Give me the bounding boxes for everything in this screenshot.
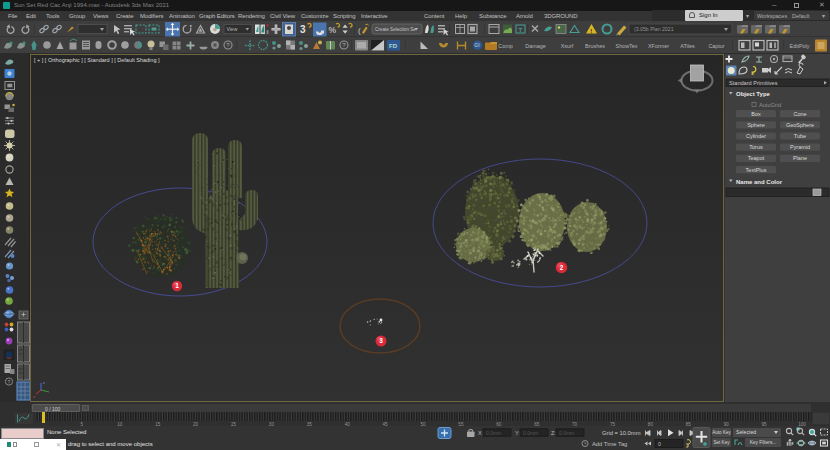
svg-text:Key Filters...: Key Filters... bbox=[750, 440, 777, 445]
svg-text:View: View bbox=[227, 26, 238, 32]
svg-text:Plane: Plane bbox=[793, 155, 807, 161]
svg-text:0.0mm: 0.0mm bbox=[559, 430, 574, 436]
svg-text:Box: Box bbox=[751, 111, 761, 117]
svg-text:Sphere: Sphere bbox=[747, 122, 765, 128]
svg-text:0: 0 bbox=[658, 441, 661, 447]
svg-text:ShowTex: ShowTex bbox=[616, 43, 638, 49]
svg-text:Cylinder: Cylinder bbox=[746, 133, 766, 139]
svg-text:?: ? bbox=[226, 42, 230, 48]
svg-text:Create Selection Se: Create Selection Se bbox=[375, 27, 416, 32]
svg-text:Selected: Selected bbox=[736, 429, 756, 435]
svg-text:FD: FD bbox=[389, 43, 398, 49]
svg-text:?: ? bbox=[342, 42, 346, 48]
svg-text:Brushes: Brushes bbox=[585, 43, 605, 49]
svg-text:Add Time Tag: Add Time Tag bbox=[592, 441, 627, 447]
svg-text:GI: GI bbox=[474, 42, 480, 48]
svg-text:Torus: Torus bbox=[749, 144, 763, 150]
svg-text:Pyramid: Pyramid bbox=[790, 144, 810, 150]
svg-text:1: 1 bbox=[175, 282, 179, 289]
svg-text:ATiles: ATiles bbox=[680, 43, 695, 49]
svg-text:Standard Primitives: Standard Primitives bbox=[729, 80, 778, 86]
svg-text:Auto Key: Auto Key bbox=[712, 430, 731, 435]
svg-text:2: 2 bbox=[560, 264, 564, 271]
svg-text:TextPlus: TextPlus bbox=[746, 167, 767, 173]
svg-text:Captur: Captur bbox=[708, 43, 724, 49]
svg-text:!: ! bbox=[590, 28, 592, 34]
svg-text:x: x bbox=[33, 394, 35, 399]
svg-text:z: z bbox=[43, 380, 45, 385]
svg-text:Tube: Tube bbox=[794, 133, 806, 139]
svg-text:0.0mm: 0.0mm bbox=[486, 430, 501, 436]
svg-text:(: ( bbox=[358, 26, 361, 35]
svg-text:0.0mm: 0.0mm bbox=[523, 430, 538, 436]
svg-text:GeoSphere: GeoSphere bbox=[786, 122, 814, 128]
svg-text:?: ? bbox=[8, 379, 11, 385]
svg-text:Cone: Cone bbox=[793, 111, 806, 117]
svg-text:3: 3 bbox=[379, 337, 383, 344]
svg-text:Teapot: Teapot bbox=[748, 155, 765, 161]
svg-text:%: % bbox=[329, 25, 337, 35]
svg-text:T: T bbox=[519, 27, 523, 33]
svg-text:Grid = 10.0mm: Grid = 10.0mm bbox=[602, 430, 641, 436]
svg-text:Damage: Damage bbox=[525, 43, 545, 49]
svg-text:AutoGrid: AutoGrid bbox=[759, 102, 781, 108]
svg-text:Object Type: Object Type bbox=[736, 91, 771, 97]
svg-text:Comp: Comp bbox=[498, 43, 512, 49]
svg-text:XFormer: XFormer bbox=[648, 43, 669, 49]
svg-text:Set Key: Set Key bbox=[713, 440, 730, 445]
svg-text:(3.05b Plan 2021: (3.05b Plan 2021 bbox=[634, 26, 674, 32]
svg-text:EditPoly: EditPoly bbox=[790, 43, 810, 49]
svg-text:3: 3 bbox=[300, 24, 306, 35]
svg-text:Xsurf: Xsurf bbox=[561, 43, 574, 49]
svg-text:Name and Color: Name and Color bbox=[736, 179, 783, 185]
